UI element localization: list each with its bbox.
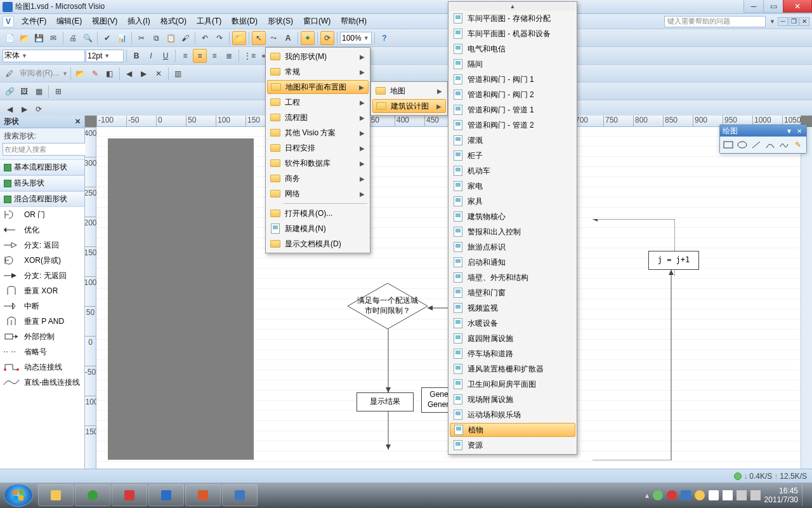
bold-icon[interactable]: B xyxy=(129,49,143,63)
app-menu-icon[interactable]: V xyxy=(3,16,14,27)
menu-item[interactable]: 通风装置格栅和扩散器 xyxy=(450,361,575,377)
doc-close-button[interactable]: ✕ xyxy=(799,17,809,26)
task-visio[interactable] xyxy=(222,485,258,506)
insert-hyperlink-icon[interactable]: 🔗 xyxy=(3,84,16,98)
menu-item[interactable]: 车间平面图 - 机器和设备 xyxy=(450,26,575,41)
email-icon[interactable]: ✉ xyxy=(46,31,60,45)
menu-item[interactable]: 商务▶ xyxy=(267,171,369,186)
save-icon[interactable]: 💾 xyxy=(32,31,46,45)
flow-decision[interactable]: 满足每一个配送城市时间限制？ xyxy=(348,283,428,329)
menu-item[interactable]: 打开模具(O)... xyxy=(267,206,369,221)
menu-tools[interactable]: 工具(T) xyxy=(192,14,226,29)
menu-item[interactable]: 网络▶ xyxy=(267,186,369,201)
drawing-toolbar[interactable]: 绘图 ▼ ✕ ✎ xyxy=(719,124,807,154)
draw-pencil-icon[interactable]: ✎ xyxy=(792,138,804,151)
stencil-icon[interactable]: 📁 xyxy=(232,31,246,45)
research-icon[interactable]: 📊 xyxy=(115,31,129,45)
menu-shapes[interactable]: 形状(S) xyxy=(263,14,298,29)
shape-item[interactable]: 中断 xyxy=(0,298,84,314)
insert-object-icon[interactable]: ⊞ xyxy=(51,84,65,98)
font-size-combo[interactable]: 12pt▼ xyxy=(86,50,124,62)
menu-item[interactable]: 地图▶ xyxy=(372,83,446,98)
delete-comment-icon[interactable]: ✕ xyxy=(152,67,166,81)
menu-item[interactable]: 灌溉 xyxy=(450,133,575,148)
drawing-toolbar-header[interactable]: 绘图 ▼ ✕ xyxy=(720,125,806,137)
shapes-panel-close-icon[interactable]: ✕ xyxy=(75,117,81,126)
close-button[interactable] xyxy=(783,0,812,13)
menu-item[interactable]: 家具 xyxy=(450,194,575,209)
copy-icon[interactable]: ⧉ xyxy=(149,31,163,45)
print-preview-icon[interactable]: 🔍 xyxy=(81,31,95,45)
shapes-category-mixed-flowchart[interactable]: 混合流程图形状 xyxy=(0,191,84,207)
print-icon[interactable]: 🖨 xyxy=(66,31,80,45)
shape-item[interactable]: 优化 xyxy=(0,222,84,237)
task-powerpoint[interactable] xyxy=(185,485,221,506)
menu-item[interactable]: 水暖设备 xyxy=(450,316,575,331)
ink-comment-icon[interactable]: 🖊 xyxy=(3,67,16,81)
bullets-icon[interactable]: ⋮≡ xyxy=(242,49,258,63)
next-comment-icon[interactable]: ▶ xyxy=(137,67,151,81)
menu-item[interactable]: 流程图▶ xyxy=(267,110,369,125)
menu-file[interactable]: 文件(F) xyxy=(16,14,51,29)
tray-icon[interactable] xyxy=(695,490,705,500)
align-right-icon[interactable]: ≡ xyxy=(207,49,221,63)
text-tool-icon[interactable]: A xyxy=(281,31,295,45)
menu-item[interactable]: 柜子 xyxy=(450,148,575,163)
menu-item[interactable]: 植物 xyxy=(450,423,575,437)
format-painter-icon[interactable]: 🖌 xyxy=(178,31,192,45)
insert-control-icon[interactable]: ▦ xyxy=(32,84,46,98)
menu-item[interactable]: 墙壁、外壳和结构 xyxy=(450,270,575,285)
start-button[interactable] xyxy=(4,484,33,507)
menu-format[interactable]: 格式(O) xyxy=(155,14,192,29)
menu-view[interactable]: 视图(V) xyxy=(87,14,122,29)
menu-item[interactable]: 其他 Visio 方案▶ xyxy=(267,125,369,140)
menu-item[interactable]: 常规▶ xyxy=(267,64,369,79)
flow-process[interactable]: 显示结果 xyxy=(357,392,414,411)
menu-item[interactable]: 车间平面图 - 存储和分配 xyxy=(450,11,575,26)
menu-help[interactable]: 帮助(H) xyxy=(336,14,372,29)
help-search-input[interactable] xyxy=(664,16,766,27)
menu-item[interactable]: 管道和阀门 - 管道 2 xyxy=(450,117,575,133)
reviewer-combo[interactable]: 审阅者(R)... xyxy=(17,67,62,81)
menu-item[interactable]: 停车场和道路 xyxy=(450,346,575,361)
menu-item[interactable]: 日程安排▶ xyxy=(267,140,369,156)
menu-item[interactable]: 建筑物核心 xyxy=(450,209,575,224)
menu-scroll-up-icon[interactable]: ▲ xyxy=(450,3,575,11)
align-justify-icon[interactable]: ≣ xyxy=(222,49,236,63)
shapes-search-input[interactable] xyxy=(3,143,94,156)
flow-process[interactable]: j = j+1 xyxy=(648,251,699,270)
prev-comment-icon[interactable]: ◀ xyxy=(122,67,136,81)
tray-network-icon[interactable] xyxy=(737,490,747,500)
menu-item[interactable]: 地图和平面布置图▶ xyxy=(267,80,369,94)
menu-item[interactable]: 资源 xyxy=(450,438,575,453)
draw-arc-icon[interactable] xyxy=(764,138,776,151)
draw-freeform-icon[interactable] xyxy=(778,138,790,151)
zoom-combo[interactable]: 100%▼ xyxy=(340,32,372,44)
connection-point-icon[interactable]: ✦ xyxy=(301,31,315,45)
tray-icon[interactable] xyxy=(667,490,677,500)
draw-line-icon[interactable] xyxy=(750,138,763,151)
menu-item[interactable]: 启动和通知 xyxy=(450,255,575,270)
menu-item[interactable]: 软件和数据库▶ xyxy=(267,156,369,171)
menu-item[interactable]: 管道和阀门 - 阀门 2 xyxy=(450,87,575,102)
menu-item[interactable]: 现场附属设施 xyxy=(450,392,575,407)
pointer-tool-icon[interactable]: ↖ xyxy=(252,31,266,45)
spelling-icon[interactable]: ✔ xyxy=(100,31,114,45)
previous-page-icon[interactable]: ◀ xyxy=(3,102,16,116)
doc-minimize-button[interactable]: ─ xyxy=(778,17,788,26)
menu-item[interactable]: 隔间 xyxy=(450,57,575,72)
menu-data[interactable]: 数据(D) xyxy=(226,14,263,29)
ink-open-icon[interactable]: 📂 xyxy=(74,67,88,81)
menu-edit[interactable]: 编辑(E) xyxy=(51,14,87,29)
ink-highlight-icon[interactable]: ✎ xyxy=(88,67,102,81)
shape-item[interactable]: 动态连接线 xyxy=(0,359,84,375)
task-ie[interactable] xyxy=(75,485,110,506)
doc-restore-button[interactable]: ❐ xyxy=(789,17,799,26)
help-search[interactable] xyxy=(664,16,766,27)
shape-item[interactable]: OR 门 xyxy=(0,207,84,222)
align-center-icon[interactable]: ≡ xyxy=(193,49,207,63)
italic-icon[interactable]: I xyxy=(144,49,158,63)
menu-item[interactable]: 旅游点标识 xyxy=(450,239,575,255)
vertical-scrollbar[interactable] xyxy=(801,127,812,471)
shapes-category-arrow[interactable]: 箭头形状 xyxy=(0,175,84,191)
